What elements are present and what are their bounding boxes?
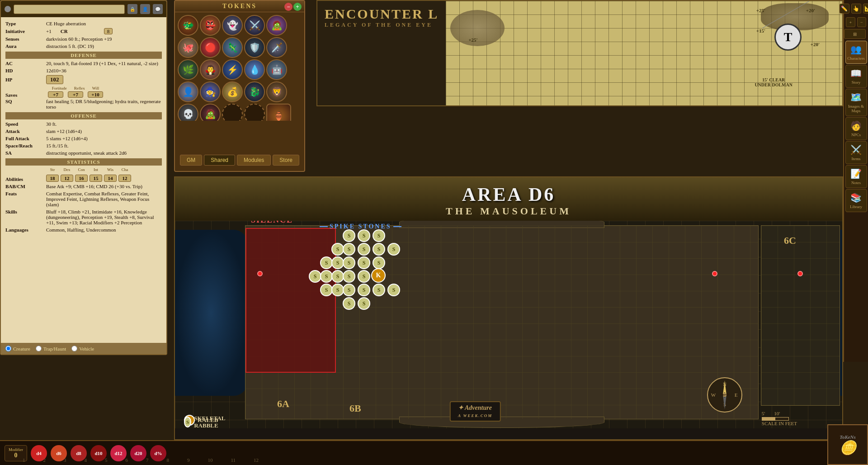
tokens-expand-button[interactable]: + [293, 3, 302, 11]
token-19[interactable]: 🐉 [244, 81, 265, 102]
token-5[interactable]: 🧟 [266, 15, 287, 36]
zoom-out-icon[interactable]: − [857, 17, 867, 27]
area-6b-label: 6B [349, 403, 361, 414]
token-9[interactable]: 🛡️ [244, 37, 265, 58]
token-4[interactable]: ⚔️ [244, 15, 265, 36]
skeleton-3[interactable]: S [373, 229, 385, 242]
token-6[interactable]: 🐙 [178, 37, 198, 58]
chat-icon[interactable]: 💬 [153, 4, 163, 14]
skeleton-15[interactable]: S [320, 270, 333, 283]
skills-label: Skills [5, 209, 46, 214]
skeleton-20[interactable]: S [331, 284, 344, 296]
npcs-icon: 🧑 [850, 120, 862, 131]
token-18[interactable]: 💰 [222, 81, 243, 102]
trap-radio[interactable]: Trap/Haunt [36, 346, 66, 351]
token-empty-1[interactable] [222, 104, 243, 121]
skeleton-16[interactable]: S [331, 270, 344, 283]
area-title: AREA D6 [184, 184, 833, 205]
pencil-icon[interactable]: ✏️ [840, 4, 849, 14]
token-2[interactable]: 👺 [200, 15, 221, 36]
skeleton-18[interactable]: S [358, 270, 370, 283]
story-sidebar-btn[interactable]: 📖 Story [845, 65, 867, 88]
languages-value: Common, Halfling, Undercommon [46, 227, 116, 232]
skeleton-10[interactable]: S [331, 256, 344, 269]
wis-label: Wis [104, 167, 117, 172]
encounter-token-t[interactable]: T [774, 24, 802, 51]
store-tab-button[interactable]: Store [273, 155, 299, 166]
characters-sidebar-btn[interactable]: 👥 Characters [845, 41, 867, 64]
token-3[interactable]: 👻 [222, 15, 243, 36]
lock-icon[interactable]: 🔒 [127, 4, 137, 14]
portrait-icon[interactable]: 👤 [140, 4, 150, 14]
skeleton-1[interactable]: S [343, 229, 355, 242]
skeleton-9[interactable]: S [320, 256, 333, 269]
grid-icon[interactable]: ⊞ [844, 29, 866, 39]
token-23[interactable]: 🏺 [266, 104, 291, 121]
skeleton-11[interactable]: S [343, 256, 355, 269]
will-value: +10 [88, 91, 103, 98]
main-map-header: AREA D6 THE MAUSOLEUM [175, 177, 842, 221]
skeleton-21[interactable]: S [343, 284, 355, 296]
token-11[interactable]: 🌿 [178, 59, 198, 80]
token-12[interactable]: 🧛 [200, 59, 221, 80]
token-17[interactable]: 🧙 [200, 81, 221, 102]
token-8[interactable]: 🦎 [222, 37, 243, 58]
skeleton-17[interactable]: S [343, 270, 355, 283]
tokens-bottom-right-btn[interactable]: ToKeNs 🪙 [827, 424, 868, 465]
tokens-minimize-button[interactable]: − [284, 3, 292, 11]
items-sidebar-btn[interactable]: ⚔️ Items [845, 141, 867, 164]
tokens-panel-header: TOKENS − + [175, 1, 304, 12]
skeleton-2[interactable]: S [358, 229, 370, 242]
notes-sidebar-btn[interactable]: 📝 Notes [845, 165, 867, 188]
token-20[interactable]: 🦁 [266, 81, 287, 102]
token-7[interactable]: 🔴 [200, 37, 221, 58]
npcs-sidebar-btn[interactable]: 🧑 NPCs [845, 117, 867, 140]
skeleton-26[interactable]: S [358, 297, 370, 310]
measure-icon[interactable]: 📐 [863, 4, 868, 14]
skeleton-7[interactable]: S [373, 243, 385, 256]
modules-tab-button[interactable]: Modules [237, 155, 271, 166]
fort-label: Fortitude [52, 86, 67, 90]
images-sidebar-btn[interactable]: 🗺️ Images & Maps [845, 89, 867, 116]
skeleton-13[interactable]: S [373, 256, 385, 269]
library-sidebar-btn[interactable]: 📚 Library [845, 189, 867, 212]
token-10[interactable]: 🗡️ [266, 37, 287, 58]
skeleton-8[interactable]: S [387, 243, 400, 256]
skeleton-12[interactable]: S [358, 256, 370, 269]
skeleton-5[interactable]: S [343, 243, 355, 256]
modifier-label: Modifier [9, 447, 23, 452]
skeleton-19[interactable]: S [320, 284, 333, 296]
token-16[interactable]: 👤 [178, 81, 198, 102]
skeleton-23[interactable]: S [373, 284, 385, 296]
kaleb-token[interactable]: K [371, 268, 386, 283]
token-15[interactable]: 🤖 [266, 59, 287, 80]
attack-label: Attack [5, 128, 46, 134]
feats-label: Feats [5, 191, 46, 196]
encounter-map-area[interactable]: +25' +20' +15' +25' +20' T 15' CLEAR UND… [446, 1, 842, 105]
skeleton-4[interactable]: S [331, 243, 344, 256]
gm-tab-button[interactable]: GM [180, 155, 202, 166]
con-label: Con [75, 167, 88, 172]
token-13[interactable]: ⚡ [222, 59, 243, 80]
zoom-in-icon[interactable]: + [846, 17, 855, 27]
creature-radio[interactable]: Creature [5, 346, 30, 351]
vehicle-radio[interactable]: Vehicle [71, 346, 94, 351]
skeleton-14[interactable]: S [309, 270, 321, 283]
spike-stones-label: SPIKE STONES [330, 223, 392, 230]
skeleton-24[interactable]: S [387, 284, 400, 296]
skeleton-6[interactable]: S [358, 243, 370, 256]
skeleton-25[interactable]: S [343, 297, 355, 310]
skeleton-22[interactable]: S [358, 284, 370, 296]
shared-tab-button[interactable]: Shared [204, 155, 235, 166]
token-21[interactable]: 💀 [178, 104, 198, 121]
token-22[interactable]: 🧟 [200, 104, 221, 121]
token-14[interactable]: 💧 [244, 59, 265, 80]
token-empty-2[interactable] [244, 104, 265, 121]
battle-map-area[interactable]: SILENCE 6A S S S S S S S S S S S S S S S… [175, 221, 842, 428]
ruler-9: 9 [187, 457, 190, 463]
character-name-input[interactable]: Drakhalfryda [14, 5, 125, 14]
token-1[interactable]: 🐲 [178, 15, 198, 36]
pointer-icon[interactable]: 👆 [851, 4, 861, 14]
tokens-panel: TOKENS − + 🐲 👺 👻 ⚔️ 🧟 🐙 🔴 🦎 🛡️ 🗡️ 🌿 🧛 ⚡ … [174, 0, 305, 172]
main-battle-map: AREA D6 THE MAUSOLEUM SILENCE 6A S S [174, 176, 843, 440]
